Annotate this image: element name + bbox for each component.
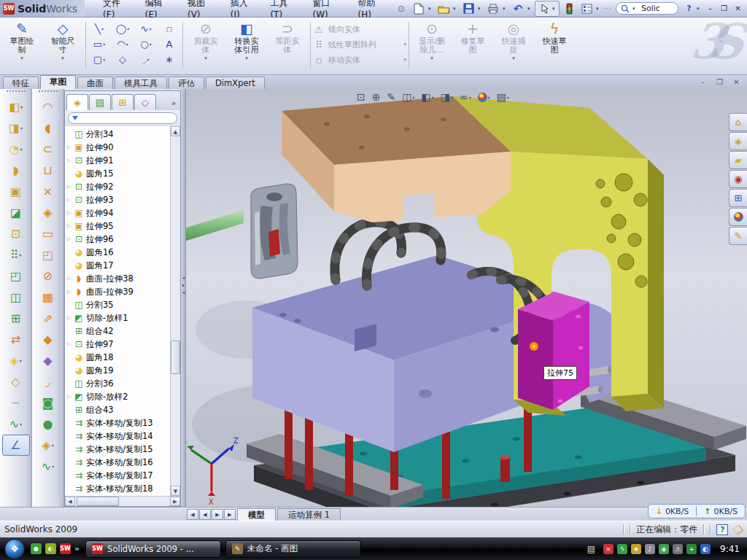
tree-item-切除-放样2[interactable]: ▷◩切除-放样2 bbox=[65, 390, 170, 403]
tab-nav-3[interactable]: ▶ bbox=[224, 509, 236, 520]
tree-item-拉伸93[interactable]: ▷⊡拉伸93 bbox=[65, 193, 170, 206]
ribbon-button-mirror-entities[interactable]: ⚠镜向实体 bbox=[313, 23, 406, 36]
tray-defender[interactable]: + bbox=[686, 544, 697, 554]
configurationmanager-tab[interactable]: ⊞ bbox=[112, 94, 133, 110]
features-tool-2[interactable]: ◔▾ bbox=[2, 139, 30, 160]
taskpane-custom-properties[interactable]: ✎ bbox=[729, 227, 747, 245]
part-green-bar[interactable] bbox=[181, 210, 244, 245]
tree-item-拉伸97[interactable]: ▷⊡拉伸97 bbox=[65, 338, 170, 351]
quick-launch-more[interactable]: » bbox=[74, 544, 80, 553]
sketch-entity-tool-1-2[interactable]: ○▾ bbox=[135, 37, 157, 51]
dropdown-arrow-icon[interactable]: ▾ bbox=[432, 95, 434, 100]
taskpane-solidworks-resources[interactable]: ⌂ bbox=[729, 113, 747, 131]
tree-item-曲面-拉伸38[interactable]: ▷◗曲面-拉伸38 bbox=[65, 272, 170, 285]
surfaces-tool-2[interactable]: ⊂ bbox=[34, 139, 62, 160]
dropdown-arrow-icon[interactable]: ▾ bbox=[512, 55, 515, 61]
doc-minimize-button[interactable]: – bbox=[697, 77, 709, 88]
surfaces-tool-3[interactable]: ⊔ bbox=[34, 160, 62, 181]
tab-草图[interactable]: 草图 bbox=[40, 75, 76, 89]
dropdown-arrow-icon[interactable]: ▾ bbox=[127, 26, 129, 31]
model-tab-运动算例 1[interactable]: 运动算例 1 bbox=[277, 508, 341, 521]
scroll-left-arrow[interactable]: ◀ bbox=[65, 497, 75, 506]
features-tool-4[interactable]: ▣ bbox=[2, 181, 30, 202]
headsup-zoom-to-fit[interactable]: ⊡ bbox=[355, 90, 368, 104]
help-dropdown[interactable]: ▾ bbox=[697, 6, 703, 12]
start-button[interactable]: ❖ bbox=[4, 539, 25, 559]
dropdown-arrow-icon[interactable]: ▾ bbox=[150, 42, 152, 47]
expand-arrow-icon[interactable]: ▷ bbox=[65, 158, 73, 163]
tree-item-实体-移动/复制17[interactable]: ⇉实体-移动/复制17 bbox=[65, 469, 170, 482]
expand-arrow-icon[interactable]: ▷ bbox=[65, 394, 73, 400]
tag-icon[interactable]: ❏ bbox=[732, 523, 745, 537]
expand-arrow-icon[interactable]: ▷ bbox=[65, 184, 73, 190]
tab-DimXpert[interactable]: DimXpert bbox=[206, 77, 265, 89]
surfaces-tool-6[interactable]: ▭ bbox=[34, 223, 62, 244]
more-commands[interactable]: ⋯ bbox=[603, 4, 611, 13]
dropdown-arrow-icon[interactable]: ▾ bbox=[126, 42, 128, 47]
help-button[interactable]: ? bbox=[683, 3, 695, 14]
surfaces-tool-5[interactable]: ◈ bbox=[34, 202, 62, 223]
tray-sync[interactable]: ◈ bbox=[659, 544, 669, 554]
dropdown-arrow-icon[interactable]: ▾ bbox=[20, 421, 22, 427]
status-help-button[interactable]: ? bbox=[716, 524, 728, 535]
tray-network-warning[interactable]: ⚠ bbox=[673, 544, 683, 554]
tree-item-圆角16[interactable]: ◕圆角16 bbox=[65, 246, 170, 259]
select-tool[interactable]: ▾ bbox=[535, 1, 560, 17]
headsup-section-view[interactable]: ◫▾ bbox=[400, 90, 417, 104]
panel-splitter[interactable]: ◂▸◂ bbox=[181, 89, 186, 507]
ribbon-button-quick-snaps[interactable]: ◎快速捕捉▾ bbox=[493, 19, 534, 61]
dropdown-arrow-icon[interactable]: ▾ bbox=[20, 147, 22, 152]
sketch-entity-tool-1-3[interactable]: A bbox=[158, 37, 180, 51]
panel-tabs-more[interactable]: » bbox=[171, 99, 179, 110]
rebuild-traffic-light-icon[interactable] bbox=[561, 1, 577, 16]
surfaces-tool-1[interactable]: ◖ bbox=[34, 117, 62, 139]
quick-launch-app[interactable]: ◐ bbox=[45, 543, 56, 554]
expand-arrow-icon[interactable]: ▷ bbox=[65, 236, 73, 242]
taskbar-window-solidworks[interactable]: SWSolidWorks 2009 - ... bbox=[85, 540, 221, 558]
splitter-arrows[interactable]: ◂▸◂ bbox=[181, 275, 186, 295]
tray-update[interactable]: ★ bbox=[631, 544, 641, 554]
scroll-right-arrow[interactable]: ▶ bbox=[170, 497, 180, 506]
tree-item-分割34[interactable]: ◫分割34 bbox=[65, 128, 170, 141]
tree-item-分割35[interactable]: ◫分割35 bbox=[65, 298, 170, 311]
features-tool-11[interactable]: ⇄ bbox=[2, 329, 30, 350]
tab-nav-1[interactable]: ◀ bbox=[199, 509, 211, 520]
keyboard-layout-icon[interactable]: ▤ bbox=[587, 544, 595, 554]
model-tab-模型[interactable]: 模型 bbox=[237, 508, 276, 521]
tree-item-圆角17[interactable]: ◕圆角17 bbox=[65, 259, 170, 272]
tree-item-实体-移动/复制14[interactable]: ⇉实体-移动/复制14 bbox=[65, 429, 170, 443]
scroll-up-arrow[interactable]: ▲ bbox=[171, 126, 180, 136]
dropdown-arrow-icon[interactable]: ▾ bbox=[19, 252, 21, 257]
surfaces-tool-16[interactable]: ◈▾ bbox=[34, 435, 62, 456]
surfaces-tool-12[interactable]: ◆ bbox=[34, 350, 62, 371]
surfaces-tool-17[interactable]: ∿▾ bbox=[34, 456, 62, 477]
options-icon[interactable] bbox=[578, 1, 595, 16]
dropdown-arrow-icon[interactable]: ▾ bbox=[103, 57, 105, 62]
tree-item-圆角15[interactable]: ◕圆角15 bbox=[65, 167, 170, 180]
tree-item-曲面-拉伸39[interactable]: ▷◗曲面-拉伸39 bbox=[65, 285, 170, 298]
expand-arrow-icon[interactable]: ▷ bbox=[65, 210, 73, 216]
part-gray-clamp[interactable] bbox=[251, 184, 298, 279]
graphics-viewport[interactable]: Y Z X ⊡⊕✎◫▾◧▾◨▾∞▾▾▤▾ 拉伸75 ◂▸◂ ⌂◈▰◉⊞✎ bbox=[181, 89, 747, 507]
features-tool-14[interactable]: ┄ bbox=[2, 392, 30, 413]
features-tool-13[interactable]: ◇ bbox=[2, 371, 30, 392]
tab-评估[interactable]: 评估 bbox=[169, 77, 204, 89]
surfaces-tool-14[interactable]: ◙ bbox=[34, 392, 62, 413]
expand-arrow-icon[interactable]: ▷ bbox=[65, 289, 73, 295]
tree-horizontal-scrollbar[interactable]: ◀ ▶ bbox=[65, 496, 180, 506]
tree-item-实体-移动/复制15[interactable]: ⇉实体-移动/复制15 bbox=[65, 443, 170, 456]
tree-item-拉伸94[interactable]: ▷▣拉伸94 bbox=[65, 206, 170, 219]
features-tool-8[interactable]: ◰ bbox=[2, 265, 30, 287]
tree-item-拉伸96[interactable]: ▷⊡拉伸96 bbox=[65, 233, 170, 246]
open-dropdown[interactable]: ▾ bbox=[453, 6, 459, 12]
dropdown-arrow-icon[interactable]: ▾ bbox=[20, 55, 23, 61]
surfaces-tool-15[interactable]: ● bbox=[34, 413, 62, 435]
surfaces-tool-11[interactable]: ◆ bbox=[34, 329, 62, 350]
dropdown-arrow-icon[interactable]: ▾ bbox=[20, 125, 23, 131]
dropdown-arrow-icon[interactable]: ▾ bbox=[451, 95, 453, 100]
ribbon-button-convert-entities[interactable]: ◧转换实体引用▾ bbox=[226, 19, 267, 61]
sketch-entity-tool-2-3[interactable]: ∗ bbox=[158, 52, 180, 66]
open-icon[interactable] bbox=[436, 1, 452, 16]
ribbon-button-sketch[interactable]: ✎草图绘制▾ bbox=[1, 19, 42, 61]
app-close-button[interactable]: ✕ bbox=[732, 3, 744, 14]
